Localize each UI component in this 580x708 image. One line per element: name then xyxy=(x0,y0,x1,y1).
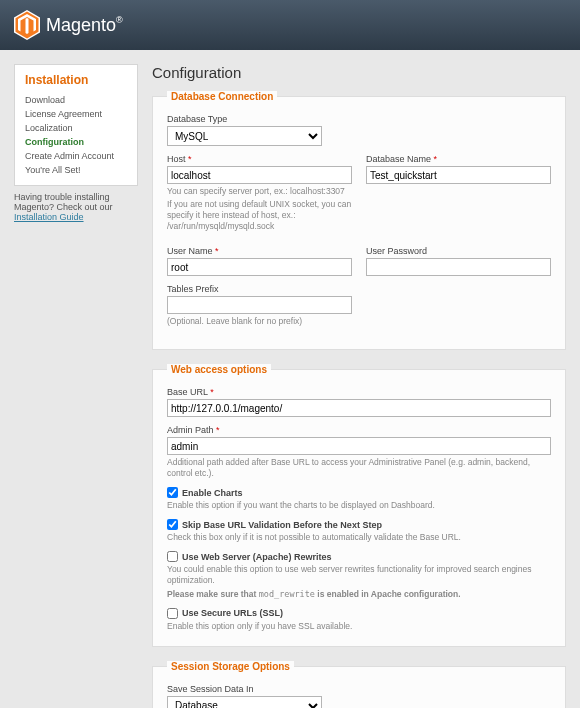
rewrites-label: Use Web Server (Apache) Rewrites xyxy=(182,552,331,562)
rewrites-checkbox[interactable] xyxy=(167,551,178,562)
brand-name: Magento® xyxy=(46,15,123,36)
db-prefix-hint: (Optional. Leave blank for no prefix) xyxy=(167,316,352,327)
nav-license[interactable]: License Agreement xyxy=(25,107,127,121)
base-url-input[interactable] xyxy=(167,399,551,417)
db-name-input[interactable] xyxy=(366,166,551,184)
help-text: Having trouble installing Magento? Check… xyxy=(14,192,113,212)
nav-create-admin[interactable]: Create Admin Account xyxy=(25,149,127,163)
enable-charts-hint: Enable this option if you want the chart… xyxy=(167,500,551,511)
db-pass-label: User Password xyxy=(366,246,551,256)
db-host-input[interactable] xyxy=(167,166,352,184)
session-select[interactable]: Database xyxy=(167,696,322,708)
session-storage-fieldset: Session Storage Options Save Session Dat… xyxy=(152,661,566,708)
db-legend: Database Connection xyxy=(167,91,277,102)
app-header: Magento® xyxy=(0,0,580,50)
web-access-fieldset: Web access options Base URL * Admin Path… xyxy=(152,364,566,646)
admin-path-label: Admin Path * xyxy=(167,425,551,435)
db-user-label: User Name * xyxy=(167,246,352,256)
skip-validation-hint: Check this box only if it is not possibl… xyxy=(167,532,551,543)
ssl-hint: Enable this option only if you have SSL … xyxy=(167,621,551,632)
session-label: Save Session Data In xyxy=(167,684,322,694)
nav-configuration[interactable]: Configuration xyxy=(25,135,127,149)
db-host-hint1: You can specify server port, ex.: localh… xyxy=(167,186,352,197)
ssl-checkbox[interactable] xyxy=(167,608,178,619)
db-type-select[interactable]: MySQL xyxy=(167,126,322,146)
db-name-label: Database Name * xyxy=(366,154,551,164)
nav-download[interactable]: Download xyxy=(25,93,127,107)
nav-localization[interactable]: Localization xyxy=(25,121,127,135)
nav-all-set[interactable]: You're All Set! xyxy=(25,163,127,177)
ssl-label: Use Secure URLs (SSL) xyxy=(182,608,283,618)
help-box: Having trouble installing Magento? Check… xyxy=(14,186,138,228)
admin-path-input[interactable] xyxy=(167,437,551,455)
svg-marker-3 xyxy=(26,18,29,34)
enable-charts-checkbox[interactable] xyxy=(167,487,178,498)
skip-validation-label: Skip Base URL Validation Before the Next… xyxy=(182,520,382,530)
db-user-input[interactable] xyxy=(167,258,352,276)
db-pass-input[interactable] xyxy=(366,258,551,276)
db-host-hint2: If you are not using default UNIX socket… xyxy=(167,199,352,232)
db-prefix-label: Tables Prefix xyxy=(167,284,352,294)
admin-path-hint: Additional path added after Base URL to … xyxy=(167,457,551,479)
brand-logo: Magento® xyxy=(14,10,123,40)
database-connection-fieldset: Database Connection Database Type MySQL … xyxy=(152,91,566,350)
sidebar-title: Installation xyxy=(25,73,127,87)
install-steps-sidebar: Installation Download License Agreement … xyxy=(14,64,138,186)
skip-validation-checkbox[interactable] xyxy=(167,519,178,530)
installation-guide-link[interactable]: Installation Guide xyxy=(14,212,84,222)
enable-charts-label: Enable Charts xyxy=(182,488,243,498)
db-prefix-input[interactable] xyxy=(167,296,352,314)
session-legend: Session Storage Options xyxy=(167,661,294,672)
page-title: Configuration xyxy=(152,64,566,81)
web-legend: Web access options xyxy=(167,364,271,375)
db-host-label: Host * xyxy=(167,154,352,164)
rewrites-hint2: Please make sure that mod_rewrite is ena… xyxy=(167,589,551,600)
db-type-label: Database Type xyxy=(167,114,322,124)
magento-icon xyxy=(14,10,40,40)
rewrites-hint1: You could enable this option to use web … xyxy=(167,564,551,586)
base-url-label: Base URL * xyxy=(167,387,551,397)
